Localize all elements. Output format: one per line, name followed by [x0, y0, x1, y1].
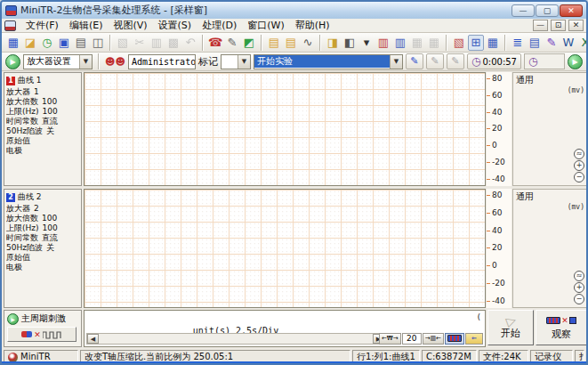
- edit-mark-button[interactable]: ✎: [426, 53, 444, 69]
- menu-item[interactable]: 帮助(H): [290, 18, 335, 33]
- zoom-out-button[interactable]: −: [574, 172, 584, 182]
- toolbar-separator: [319, 35, 321, 51]
- channel-setting-row[interactable]: 时间常数直流: [6, 117, 79, 126]
- page-select-caret[interactable]: ▾: [358, 35, 375, 51]
- stimulator-button[interactable]: ✕: [7, 327, 77, 342]
- image-icon[interactable]: ▧: [115, 35, 131, 51]
- run-status-icon[interactable]: ▶: [5, 54, 20, 69]
- scroll-left-icon[interactable]: ◀: [87, 334, 99, 344]
- observe-button[interactable]: ✕ 观察: [536, 310, 587, 345]
- channel-setting-row[interactable]: 上限(Hz)100: [6, 107, 79, 117]
- menu-item[interactable]: 设置(S): [153, 18, 197, 33]
- close-button[interactable]: ✕: [560, 4, 583, 17]
- start-sampling-icon[interactable]: ▶: [568, 54, 583, 69]
- channel-setting-row[interactable]: 电极: [6, 146, 79, 156]
- minimize-button[interactable]: —: [511, 4, 535, 17]
- start-button[interactable]: ▷ 开始: [487, 310, 534, 345]
- locked-chart-icon-1[interactable]: ▤: [266, 35, 282, 51]
- timer-setup-icon[interactable]: ◷: [39, 35, 55, 51]
- edit-note-icon[interactable]: ✎: [224, 35, 240, 51]
- channel1-plot[interactable]: [84, 72, 486, 186]
- zoom-in-button[interactable]: +: [574, 282, 584, 293]
- mdi-minimize-button[interactable]: —: [533, 20, 548, 31]
- save-icon[interactable]: ▣: [56, 35, 72, 51]
- scale-tick: 0: [492, 142, 511, 150]
- channel-setting-row[interactable]: 电极: [6, 263, 79, 272]
- pen-mark-icon[interactable]: ✎: [544, 35, 560, 51]
- device-connect-icon[interactable]: ☎: [207, 35, 223, 51]
- channel2-plot[interactable]: [84, 189, 486, 308]
- notes-blue-icon[interactable]: ▤: [527, 35, 543, 51]
- undo-icon[interactable]: ↶: [182, 35, 198, 51]
- database-icon[interactable]: ≣: [510, 35, 526, 51]
- chevron-down-icon[interactable]: ▼: [79, 55, 92, 69]
- stimulator-icon: [21, 331, 32, 337]
- chevron-down-icon[interactable]: ▼: [238, 55, 250, 69]
- zoom-in-button[interactable]: +: [574, 160, 584, 171]
- channel-setting-row[interactable]: 原始值: [6, 253, 79, 263]
- zoom-out-button[interactable]: −: [574, 294, 584, 304]
- waveform-icon[interactable]: ∿: [300, 35, 316, 51]
- menu-item[interactable]: 视图(V): [108, 18, 152, 33]
- scale-tick: 60: [492, 209, 511, 217]
- operator-input[interactable]: Administrator: [128, 54, 196, 69]
- channel-setting-row[interactable]: 放大倍数100: [6, 97, 79, 107]
- print-icon[interactable]: ▤: [73, 35, 89, 51]
- compress-time-button[interactable]: →▥←: [423, 333, 444, 345]
- maximize-button[interactable]: ▢: [536, 4, 559, 17]
- channel-setting-row[interactable]: 原始值: [6, 136, 79, 146]
- channel-setting-row[interactable]: 放大倍数100: [6, 214, 79, 223]
- paste-icon[interactable]: ▩: [165, 35, 181, 51]
- event-mark-combo[interactable]: 开始实验 ▼: [254, 54, 403, 69]
- menu-item[interactable]: 处理(D): [197, 18, 242, 33]
- mdi-close-button[interactable]: ✕: [568, 20, 584, 31]
- page-import-icon[interactable]: ◨: [325, 35, 341, 51]
- sample-window-view-icon[interactable]: ⊞: [468, 35, 484, 51]
- stimulation-panel: ▶ 主周期刺激 ✕: [4, 310, 82, 347]
- open-folder-icon[interactable]: ◪: [22, 35, 38, 51]
- expand-time-button[interactable]: ←₩→: [379, 333, 401, 345]
- auto-scale-button[interactable]: ≈: [574, 149, 584, 159]
- table-view-icon[interactable]: ▦: [485, 35, 501, 51]
- horizontal-scrollbar[interactable]: ◀ ▶: [86, 333, 385, 345]
- channel-setting-row[interactable]: 放大器1: [6, 87, 79, 97]
- stim-label: 主周期刺激: [21, 312, 66, 325]
- cut-icon[interactable]: ✂: [132, 35, 148, 51]
- keyboard-mode-button[interactable]: [445, 333, 464, 345]
- auto-scale-button[interactable]: ≈: [574, 271, 584, 281]
- chevron-down-icon[interactable]: ▼: [390, 55, 402, 69]
- chart-config-icon[interactable]: ▧: [451, 35, 467, 51]
- amplifier-settings-combo[interactable]: 放大器设置 ▼: [23, 54, 93, 69]
- locked-chart-icon-2[interactable]: ▤: [283, 35, 299, 51]
- menu-item[interactable]: 文件(F): [20, 18, 64, 33]
- channel-setting-row[interactable]: 50Hz陷波关: [6, 126, 79, 136]
- timer-button[interactable]: ◷ 0:00:57: [467, 53, 521, 69]
- scale-tick: -40: [492, 175, 511, 183]
- print-preview-icon[interactable]: ◫: [90, 35, 106, 51]
- mdi-document-icon[interactable]: [4, 20, 16, 31]
- channel-setting-row[interactable]: 放大器2: [6, 204, 79, 214]
- new-experiment-icon[interactable]: ▦: [5, 35, 21, 51]
- pages-red-icon[interactable]: ▥: [375, 35, 391, 51]
- menu-item[interactable]: 编辑(E): [64, 18, 109, 33]
- channel2-scale: 806040200-20-40: [487, 189, 511, 308]
- stamp-icon[interactable]: ▦: [409, 35, 425, 51]
- keyboard-icon: [447, 335, 462, 342]
- menu-item[interactable]: 窗口(W): [242, 18, 289, 33]
- add-mark-button[interactable]: ✎: [406, 53, 423, 69]
- excel-export-icon[interactable]: X: [577, 35, 588, 51]
- channel-setting-row[interactable]: 上限(Hz)100: [6, 223, 79, 233]
- archive-icon[interactable]: ▦: [426, 35, 442, 51]
- mdi-restore-button[interactable]: ⊡: [551, 20, 566, 31]
- scale-tick: 80: [492, 191, 511, 199]
- pages-blue-icon[interactable]: ▥: [392, 35, 408, 51]
- export-folder-icon[interactable]: ◩: [241, 35, 257, 51]
- delete-mark-button[interactable]: ✎: [447, 53, 464, 69]
- channel-setting-row[interactable]: 时间常数直流: [6, 233, 79, 243]
- jump-to-start-button[interactable]: ⇐: [465, 333, 483, 345]
- word-export-icon[interactable]: W: [560, 35, 576, 51]
- channel-setting-row[interactable]: 50Hz陷波关: [6, 243, 79, 253]
- copy-icon[interactable]: ▥: [149, 35, 165, 51]
- page-select-icon[interactable]: ◧: [342, 35, 358, 51]
- mark-type-combo[interactable]: ▼: [221, 54, 251, 69]
